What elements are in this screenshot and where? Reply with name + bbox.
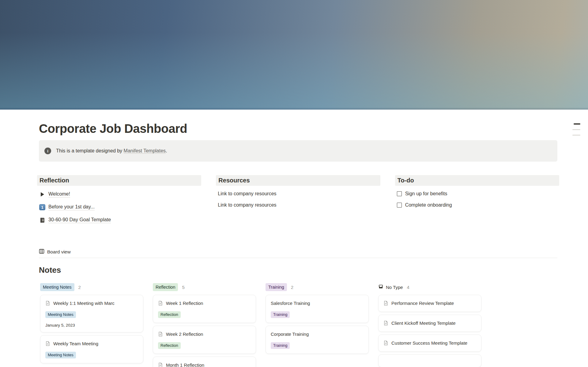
board-view-icon [39, 249, 44, 255]
group-count: 2 [291, 285, 293, 290]
card-title: Customer Success Meeting Template [391, 339, 467, 347]
card[interactable]: Client Kickoff Meeting Template [378, 315, 481, 332]
page-link-30-60-90[interactable]: 30-60-90 Day Goal Template [48, 217, 111, 223]
page-link-welcome[interactable]: Welcome! [48, 191, 70, 197]
group-count: 5 [182, 285, 184, 290]
card[interactable]: Corporate Training Training [266, 326, 369, 354]
board-column-training: Training 2 Salesforce Training Training … [266, 283, 369, 367]
column-todo: To-do Sign up for benefits Complete onbo… [397, 175, 557, 227]
card-title: Week 2 Reflection [166, 330, 203, 338]
toc-bar[interactable] [572, 135, 580, 136]
card[interactable]: Week 2 Reflection Reflection [153, 326, 256, 354]
column-resources: Resources Link to company resources Link… [218, 175, 378, 227]
page-icon [158, 362, 163, 367]
todo-item: Sign up for benefits [397, 188, 557, 199]
board-column-no-type: No Type 4 Performance Review Template Cl… [378, 283, 481, 367]
manifest-templates-link[interactable]: Manifest Templates [124, 148, 166, 154]
card[interactable]: Week 1 Reflection Reflection [153, 295, 256, 323]
card[interactable]: Performance Review Template [378, 295, 481, 312]
card-date: January 5, 2023 [45, 323, 138, 328]
page-link-row: 1 Before your 1st day... [39, 201, 199, 214]
group-pill: Training [266, 283, 287, 291]
resource-item: Link to company resources [218, 199, 378, 211]
card-title: Month 1 Reflection [166, 361, 204, 367]
toggle-triangle-icon[interactable] [39, 192, 46, 197]
page-icon [45, 341, 50, 346]
toc-indicator-icon[interactable] [572, 123, 580, 136]
board-view-tab[interactable]: Board view [39, 248, 71, 256]
todo-item: Complete onboarding [397, 199, 557, 211]
card-title: Client Kickoff Meeting Template [391, 319, 456, 327]
card-tag: Meeting Notes [45, 311, 76, 318]
card[interactable]: Month 1 Reflection [153, 357, 256, 367]
page-link-before-first-day[interactable]: Before your 1st day... [48, 204, 95, 210]
card[interactable]: Customer Success Meeting Template [378, 335, 481, 352]
resource-item: Link to company resources [218, 188, 378, 199]
card-title: Salesforce Training [271, 299, 310, 307]
board-column-reflection: Reflection 5 Week 1 Reflection Reflectio… [153, 283, 256, 367]
page-link-row: Welcome! [39, 188, 199, 201]
page-icon [383, 301, 388, 306]
card-title: Performance Review Template [391, 299, 454, 307]
column-reflection: Reflection Welcome! 1 Before your 1st da… [39, 175, 199, 227]
card-tag: Meeting Notes [45, 352, 76, 358]
board-view: Meeting Notes 2 Weekly 1:1 Meeting with … [39, 283, 557, 367]
card-title: Weekly Team Meeting [53, 340, 98, 347]
board-section-title: Notes [39, 265, 557, 275]
section-header-reflection: Reflection [37, 175, 201, 186]
divider [39, 258, 557, 258]
keycap-1-icon: 1 [39, 204, 46, 210]
notion-page: Corporate Job Dashboard i This is a temp… [0, 0, 588, 367]
card[interactable]: Weekly Team Meeting Meeting Notes [40, 335, 143, 363]
card-tag: Training [271, 311, 290, 318]
card-title: Weekly 1:1 Meeting with Marc [53, 299, 115, 307]
page-icon [158, 331, 163, 337]
info-icon: i [44, 148, 51, 154]
group-pill: Reflection [153, 283, 178, 291]
card[interactable]: Salesforce Training Training [266, 295, 369, 323]
card-partial[interactable] [378, 354, 481, 367]
callout-text: This is a template designed by Manifest … [56, 148, 167, 154]
toc-bar[interactable] [574, 123, 580, 125]
board-column-meeting-notes: Meeting Notes 2 Weekly 1:1 Meeting with … [40, 283, 143, 367]
group-name: No Type [386, 285, 403, 290]
page-link-row: 30-60-90 Day Goal Template [39, 214, 199, 227]
card-tag: Reflection [158, 311, 181, 318]
card-title: Week 1 Reflection [166, 299, 203, 307]
group-count: 4 [407, 285, 409, 290]
page-icon [383, 340, 388, 346]
checkbox-unchecked-icon[interactable] [397, 203, 402, 208]
section-header-todo: To-do [395, 175, 559, 186]
checkbox-unchecked-icon[interactable] [397, 191, 402, 196]
cover-image [0, 0, 588, 110]
page-icon [45, 301, 50, 306]
callout-text-before: This is a template designed by [56, 148, 124, 153]
page-icon [158, 301, 163, 306]
page-title: Corporate Job Dashboard [39, 121, 557, 136]
inbox-icon [378, 284, 383, 290]
template-callout: i This is a template designed by Manifes… [39, 140, 557, 162]
page-icon [383, 320, 388, 326]
group-pill: Meeting Notes [40, 283, 74, 291]
card-tag: Reflection [158, 342, 181, 349]
card-title: Corporate Training [271, 330, 309, 338]
section-header-resources: Resources [216, 175, 380, 186]
group-count: 2 [78, 285, 81, 290]
card[interactable]: Weekly 1:1 Meeting with Marc Meeting Not… [40, 295, 143, 332]
notebook-icon [39, 217, 46, 223]
callout-text-after: . [166, 148, 167, 153]
card-tag: Training [271, 342, 290, 349]
toc-bar[interactable] [572, 129, 580, 130]
